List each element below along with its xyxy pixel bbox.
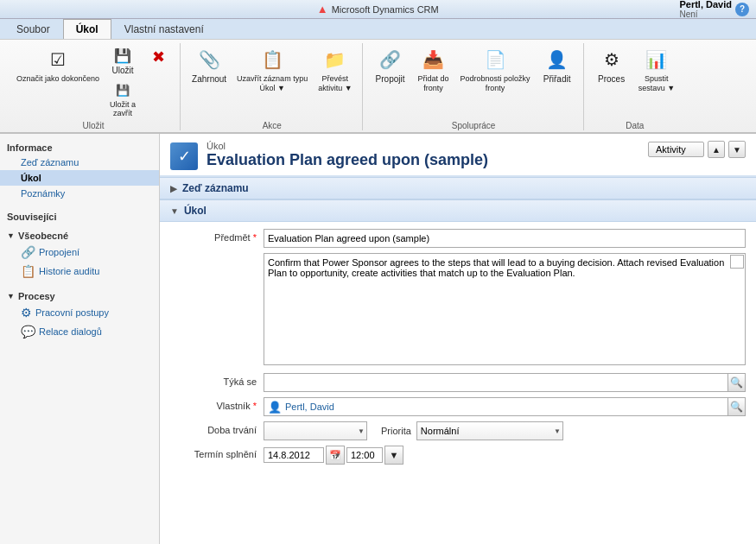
sidebar-section-souvisejici: Souvisejíci [0,208,159,224]
sidebar-item-pracovni-postupy[interactable]: ⚙ Pracovní postupy [0,303,159,322]
form-row-popis: Confirm that Power Sponsor agrees to the… [170,253,746,368]
textarea-check[interactable] [730,255,744,269]
record-header-right: Aktivity ▲ ▼ [648,141,746,158]
section-zed-zaznamu-label: Zeď záznamu [182,182,249,194]
main-content: ✓ Úkol Evaluation Plan agreed upon (samp… [160,134,756,544]
prevest-icon: 📁 [321,46,349,73]
form-area: Předmět Confirm that Power Sponsor agree… [160,222,756,477]
activity-dropdown[interactable]: Aktivity [648,142,704,157]
oznacit-icon: ☑ [44,46,72,73]
procesy-toggle[interactable]: ▼ [7,292,15,300]
btn-podrobnosti[interactable]: 📄 Podrobnosti položkyfronty [456,43,535,96]
propojit-icon: 🔗 [377,46,404,73]
ribbon-group-spoluprace-label: Spolupráce [452,121,496,130]
input-termin-time[interactable] [346,447,383,463]
help-icon[interactable]: ? [735,3,749,16]
vlastnik-link[interactable]: Pertl, David [285,402,334,412]
sidebar-item-historie-auditu[interactable]: 📋 Historie auditu [0,262,159,281]
ukol-toggle-icon: ▼ [170,206,179,216]
record-title: Evaluation Plan agreed upon (sample) [206,151,488,169]
btn-uzavrit[interactable]: 📋 Uzavřít záznam typuÚkol ▼ [232,43,312,96]
tab-soubor[interactable]: Soubor [3,19,63,39]
ribbon-group-akce: 📎 Zahrnout 📋 Uzavřít záznam typuÚkol ▼ 📁… [182,43,362,130]
textarea-popis[interactable]: Confirm that Power Sponsor agrees to the… [264,253,746,365]
date-btn-termin[interactable]: 📅 [326,446,345,465]
select-doba-trvani[interactable] [264,421,367,440]
record-type: Úkol [206,141,488,151]
vseobecne-toggle[interactable]: ▼ [7,231,15,240]
ribbon-pair-save: 💾 Uložit 💾 Uložit azavřít [105,43,140,119]
btn-pridat-fronty[interactable]: 📥 Přidat dofronty [413,43,454,96]
app-name: Microsoft Dynamics CRM [332,4,439,15]
pridat-fronty-icon: 📥 [420,46,448,73]
vlastnik-person-icon: 👤 [268,401,282,414]
label-tyka-se: Týká se [170,373,257,387]
user-status: Není [679,9,732,19]
input-predmet[interactable] [264,229,746,248]
record-icon: ✓ [170,142,198,170]
lookup-vlastnik-btn[interactable]: 🔍 [728,397,746,416]
title-bar: ▲ Microsoft Dynamics CRM Pertl, David Ne… [0,0,756,19]
user-area: Pertl, David Není ? [679,0,749,19]
lookup-tyka-se-btn[interactable]: 🔍 [728,373,746,392]
ribbon-group-ulozit-label: Uložit [83,121,105,130]
ribbon-group-spoluprace: 🔗 Propojit 📥 Přidat dofronty 📄 Podrobnos… [365,43,584,130]
section-ukol-header[interactable]: ▼ Úkol [160,199,756,222]
ms-logo: ▲ [317,3,328,16]
select-priorita[interactable]: Nízká Normální Vysoká [416,421,563,440]
select-wrap-priorita: Nízká Normální Vysoká [416,421,563,440]
ribbon-buttons-data: ⚙ Proces 📊 Spustitsestavu ▼ [591,43,679,119]
sidebar-item-poznamky[interactable]: Poznámky [0,186,159,201]
doba-priorita-row: Priorita Nízká Normální Vysoká [264,421,746,440]
tab-ukol[interactable]: Úkol [63,19,111,39]
sidebar-item-zed-zaznamu[interactable]: Zeď záznamu [0,155,159,170]
pracovni-postupy-icon: ⚙ [21,306,32,319]
time-dropdown-btn[interactable]: ▼ [384,446,403,465]
btn-oznacit[interactable]: ☑ Označit jako dokončeno [12,43,104,86]
ribbon-buttons-ulozit: ☑ Označit jako dokončeno 💾 Uložit 💾 Ulož… [12,43,175,119]
ribbon-buttons-akce: 📎 Zahrnout 📋 Uzavřít záznam typuÚkol ▼ 📁… [187,43,356,119]
ribbon-tabs: Soubor Úkol Vlastní nastavení [0,19,756,39]
nav-up-arrow[interactable]: ▲ [708,141,725,158]
form-row-predmet: Předmět [170,229,746,248]
zahrnout-icon: 📎 [195,46,223,73]
section-ukol-label: Úkol [184,205,206,217]
input-termin-date[interactable] [264,447,324,463]
sidebar-item-ukol[interactable]: Úkol [0,170,159,186]
label-vlastnik: Vlastník [170,397,257,411]
sidebar-section-vseobecne: Všeobecné [18,231,68,241]
record-header: ✓ Úkol Evaluation Plan agreed upon (samp… [160,134,756,177]
sidebar-item-relace-dialogu[interactable]: 💬 Relace dialogů [0,322,159,341]
nav-down-arrow[interactable]: ▼ [728,141,746,158]
ribbon: Soubor Úkol Vlastní nastavení ☑ Označit … [0,19,756,134]
spustit-sestavu-icon: 📊 [643,46,670,73]
form-row-vlastnik: Vlastník 👤 Pertl, David 🔍 [170,397,746,416]
sidebar-section-informace: Informace [0,139,159,155]
btn-odstranit[interactable]: ✖ [142,45,175,69]
btn-zahrnout[interactable]: 📎 Zahrnout [187,43,231,86]
btn-ulozit[interactable]: 💾 Uložit [105,43,140,77]
proces-icon: ⚙ [598,46,626,73]
app-title: ▲ Microsoft Dynamics CRM [317,3,439,16]
btn-proces[interactable]: ⚙ Proces [591,43,632,86]
historie-icon: 📋 [21,264,35,278]
btn-spustit-sestavu[interactable]: 📊 Spustitsestavu ▼ [634,43,679,96]
sidebar: Informace Zeď záznamu Úkol Poznámky Souv… [0,134,160,544]
ribbon-content: ☑ Označit jako dokončeno 💾 Uložit 💾 Ulož… [0,39,756,132]
ulozit-icon: 💾 [112,45,133,66]
lookup-vlastnik: 👤 Pertl, David 🔍 [264,397,746,416]
btn-prevest[interactable]: 📁 Převéstaktivitu ▼ [314,43,356,96]
main-layout: Informace Zeď záznamu Úkol Poznámky Souv… [0,134,756,544]
relace-dialogu-icon: 💬 [21,325,35,338]
btn-propojit[interactable]: 🔗 Propojit [370,43,411,86]
label-popis [170,253,257,256]
select-wrap-doba [264,421,367,440]
btn-ulozit-zavrit[interactable]: 💾 Uložit azavřít [105,78,140,119]
btn-priradit[interactable]: 👤 Přiřadit [537,43,578,86]
section-zed-zaznamu[interactable]: ▶ Zeď záznamu [160,177,756,199]
form-row-doba-priorita: Doba trvání Priorita Nízká Normální [170,421,746,440]
ribbon-group-data-label: Data [626,121,644,130]
tab-vlastni[interactable]: Vlastní nastavení [111,19,217,39]
sidebar-item-propojeni[interactable]: 🔗 Propojení [0,243,159,262]
input-tyka-se[interactable] [264,373,728,392]
